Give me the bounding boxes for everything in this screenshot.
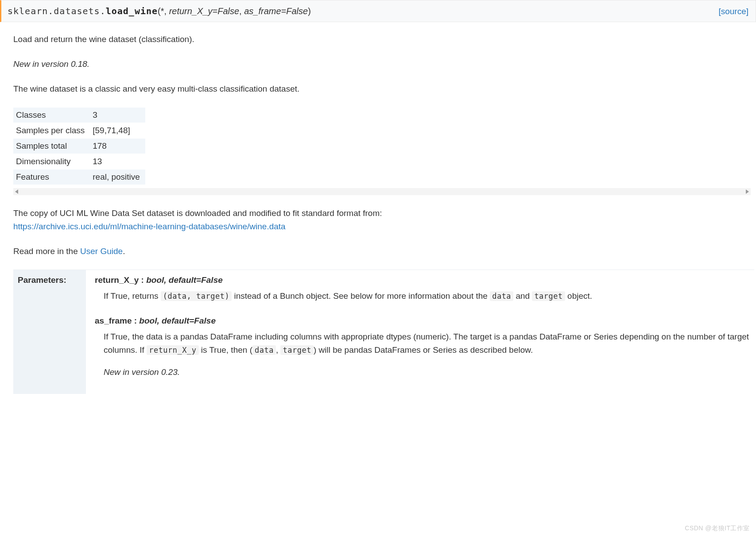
summary-key: Dimensionality	[13, 154, 90, 170]
summary-key: Samples per class	[13, 123, 90, 139]
read-more-suffix: .	[123, 247, 125, 256]
summary-value: 3	[90, 108, 145, 123]
inline-code: (data, target)	[161, 291, 232, 301]
summary-key: Features	[13, 170, 90, 185]
function-signature-bar: sklearn.datasets.load_wine(*, return_X_y…	[0, 0, 756, 22]
summary-value: real, positive	[90, 170, 145, 185]
param-type: bool, default=False	[146, 275, 223, 285]
param-description: If True, the data is a pandas DataFrame …	[104, 330, 751, 379]
user-guide-link[interactable]: User Guide	[80, 247, 123, 256]
dataset-source-note: The copy of UCI ML Wine Data Set dataset…	[13, 207, 754, 233]
param-name: as_frame	[95, 316, 132, 325]
table-row: Featuresreal, positive	[13, 170, 145, 185]
param-block: return_X_y : bool, default=FalseIf True,…	[95, 274, 751, 303]
parameters-body: return_X_y : bool, default=FalseIf True,…	[86, 270, 754, 394]
table-row: Dimensionality13	[13, 154, 145, 170]
param-header: return_X_y : bool, default=False	[95, 274, 751, 287]
dataset-summary-table: Classes3Samples per class[59,71,48]Sampl…	[13, 107, 145, 185]
table-row: Classes3	[13, 108, 145, 123]
inline-code: data	[490, 291, 513, 301]
sig-kw-return-x-y-default: =False	[213, 6, 240, 16]
dataset-source-link[interactable]: https://archive.ics.uci.edu/ml/machine-l…	[13, 222, 286, 231]
dataset-source-lead: The copy of UCI ML Wine Data Set dataset…	[13, 208, 382, 218]
table-row: Samples per class[59,71,48]	[13, 123, 145, 139]
sig-kw-as-frame-default: =False	[281, 6, 308, 16]
scroll-right-icon[interactable]	[746, 189, 749, 194]
param-colon: :	[132, 316, 139, 325]
inline-code: target	[280, 345, 313, 355]
sig-func-name: load_wine	[106, 6, 158, 16]
function-signature: sklearn.datasets.load_wine(*, return_X_y…	[8, 5, 311, 17]
summary-value: 13	[90, 154, 145, 170]
summary-value: [59,71,48]	[90, 123, 145, 139]
source-link[interactable]: [source]	[718, 7, 748, 16]
page-root: sklearn.datasets.load_wine(*, return_X_y…	[0, 0, 756, 394]
parameters-field-list: Parameters: return_X_y : bool, default=F…	[13, 270, 754, 394]
sig-star: *,	[161, 6, 169, 16]
inline-code: return_X_y	[147, 345, 198, 355]
param-name: return_X_y	[95, 275, 139, 285]
parameters-header: Parameters:	[13, 270, 86, 394]
scroll-left-icon[interactable]	[15, 189, 18, 194]
intro-paragraph-1: Load and return the wine dataset (classi…	[13, 33, 754, 46]
read-more-prefix: Read more in the	[13, 247, 80, 256]
summary-value: 178	[90, 139, 145, 154]
version-added-0-18: New in version 0.18.	[13, 58, 754, 71]
doc-content: Load and return the wine dataset (classi…	[0, 33, 756, 394]
summary-key: Samples total	[13, 139, 90, 154]
param-type: bool, default=False	[139, 316, 216, 325]
param-header: as_frame : bool, default=False	[95, 314, 751, 328]
sig-kw-return-x-y: return_X_y	[169, 6, 213, 16]
inline-code: target	[532, 291, 565, 301]
sig-kw-as-frame: as_frame	[244, 6, 281, 16]
param-version-added: New in version 0.23.	[104, 366, 751, 379]
summary-key: Classes	[13, 108, 90, 123]
table-row: Samples total178	[13, 139, 145, 154]
sig-module: sklearn.datasets.	[8, 6, 106, 16]
sig-paren-close: )	[308, 6, 311, 16]
inline-code: data	[252, 345, 276, 355]
read-more-line: Read more in the User Guide.	[13, 245, 754, 258]
param-colon: :	[139, 275, 146, 285]
sig-paren-open: (	[158, 6, 161, 16]
horizontal-scroll-strip[interactable]	[13, 188, 751, 195]
param-description: If True, returns (data, target) instead …	[104, 289, 751, 303]
intro-paragraph-2: The wine dataset is a classic and very e…	[13, 82, 754, 96]
sig-sep: ,	[239, 6, 244, 16]
param-block: as_frame : bool, default=FalseIf True, t…	[95, 314, 751, 379]
